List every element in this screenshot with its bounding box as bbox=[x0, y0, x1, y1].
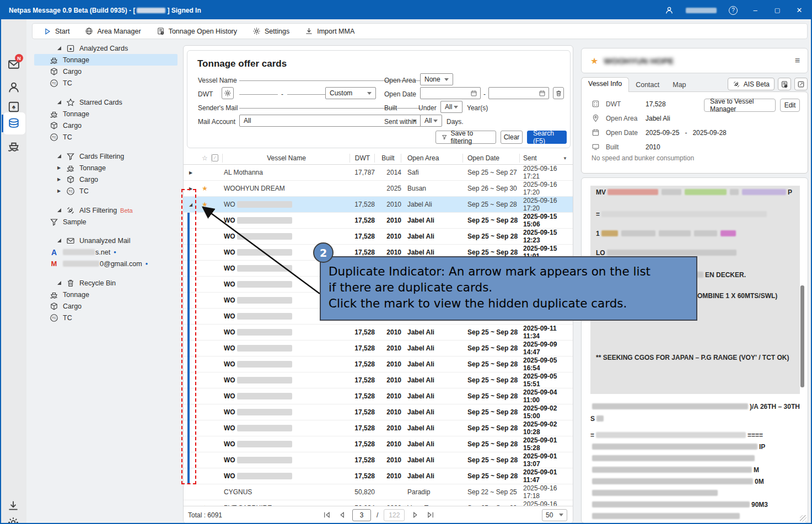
dwt-preset-select[interactable]: Custom bbox=[325, 87, 376, 99]
save-to-vessel-manager-button[interactable]: Save to Vessel Manager bbox=[704, 99, 776, 112]
account-icon[interactable] bbox=[662, 4, 676, 17]
expander-icon[interactable] bbox=[57, 239, 61, 242]
resize-grip[interactable] bbox=[800, 515, 806, 522]
expander-icon[interactable] bbox=[57, 208, 61, 212]
current-page-input[interactable]: 3 bbox=[352, 509, 371, 521]
table-row[interactable]: WO 17,528 2010 Jabel Ali Sep 25 ~ Sep 28… bbox=[184, 213, 573, 229]
open-date-from-input[interactable] bbox=[420, 87, 481, 99]
sidebar-item-recycle-tonnage[interactable]: Tonnage bbox=[26, 289, 178, 300]
expander-icon[interactable] bbox=[57, 100, 61, 104]
last-page-button[interactable] bbox=[426, 510, 435, 520]
vessel-name-column-header[interactable]: Vessel Name bbox=[223, 154, 350, 163]
area-manager-button[interactable]: Area Manager bbox=[85, 27, 141, 35]
sidebar-item-starred-cargo[interactable]: Cargo bbox=[26, 120, 178, 131]
expander-icon[interactable] bbox=[57, 154, 61, 158]
sidebar-item-mail-account-2[interactable]: M0@gmail.com● bbox=[26, 258, 178, 269]
memo-column-header[interactable]: ∕ bbox=[212, 154, 223, 163]
start-button[interactable]: Start bbox=[44, 28, 69, 35]
edit-button[interactable]: Edit bbox=[780, 99, 800, 112]
expander-icon[interactable]: ▶ bbox=[57, 188, 61, 193]
sidebar-group-analyzed-cards[interactable]: Analyzed Cards bbox=[26, 42, 178, 54]
clear-date-button[interactable] bbox=[553, 87, 564, 99]
sidebar-item-analyzed-tc[interactable]: TC bbox=[26, 77, 178, 89]
sidebar-item-mail-account-1[interactable]: As.net● bbox=[26, 246, 178, 258]
star-icon[interactable]: ★ bbox=[590, 56, 598, 66]
open-history-icon-button[interactable] bbox=[778, 78, 791, 90]
sidebar-group-unanalyzed-mail[interactable]: Unanalyzed Mail bbox=[26, 235, 178, 246]
help-icon[interactable]: ? bbox=[726, 4, 740, 17]
sidebar-item-starred-tonnage[interactable]: Tonnage bbox=[26, 108, 178, 120]
dwt-min-input[interactable] bbox=[239, 85, 278, 95]
table-row[interactable]: WO 17,528 2010 Jabel Ali Sep 25 ~ Sep 28… bbox=[184, 452, 573, 468]
menu-icon[interactable]: ≡ bbox=[795, 56, 800, 66]
tonnage-open-history-button[interactable]: Tonnage Open History bbox=[157, 27, 237, 35]
expander-icon[interactable] bbox=[57, 281, 61, 285]
expander-icon[interactable]: ▶ bbox=[57, 177, 61, 182]
tab-vessel-info[interactable]: Vessel Info bbox=[581, 77, 629, 92]
import-mma-button[interactable]: Import MMA bbox=[305, 27, 354, 35]
star-icon[interactable]: ★ bbox=[198, 201, 212, 208]
table-row[interactable]: WO 17,528 2010 Jabel Ali Sep 25 ~ Sep 28… bbox=[184, 341, 573, 356]
vessel-nav-icon[interactable] bbox=[7, 139, 20, 153]
search-button[interactable]: Search (F5) bbox=[527, 131, 567, 144]
contacts-nav-icon[interactable] bbox=[7, 81, 20, 94]
table-row[interactable]: WO 17,528 2010 Jabel Ali Sep 25 ~ Sep 28… bbox=[184, 436, 573, 452]
dwt-settings-button[interactable] bbox=[222, 87, 234, 99]
dwt-column-header[interactable]: DWT bbox=[350, 154, 375, 163]
table-row[interactable]: CYGNUS 50,820 Paradip Sep 22 ~ Sep 25 20… bbox=[184, 484, 573, 500]
open-area-column-header[interactable]: Open Area bbox=[401, 154, 463, 163]
open-date-column-header[interactable]: Open Date bbox=[463, 154, 520, 163]
clear-button[interactable]: Clear bbox=[501, 131, 523, 144]
maximize-button[interactable]: ▢ bbox=[770, 4, 784, 17]
dwt-max-input[interactable] bbox=[287, 85, 326, 95]
table-row[interactable]: WO 17,528 2010 Jabel Ali Sep 25 ~ Sep 28… bbox=[184, 388, 573, 404]
tab-map[interactable]: Map bbox=[666, 79, 692, 92]
expander-icon[interactable]: ▶ bbox=[57, 165, 61, 170]
duplicate-expander-icon[interactable]: ▶ bbox=[184, 170, 198, 175]
cards-nav-icon[interactable] bbox=[7, 100, 20, 114]
sidebar-item-starred-tc[interactable]: TC bbox=[26, 131, 178, 143]
sidebar-group-recycle-bin[interactable]: Recycle Bin bbox=[26, 277, 178, 289]
sidebar-group-ais-filtering[interactable]: AIS FilteringBeta bbox=[26, 204, 178, 216]
table-row[interactable]: WO 17,528 2010 Jabel Ali Sep 25 ~ Sep 28… bbox=[184, 404, 573, 420]
sidebar-item-filtering-tc[interactable]: ▶TC bbox=[26, 185, 178, 197]
download-nav-icon[interactable] bbox=[7, 500, 20, 513]
sidebar-group-starred-cards[interactable]: Starred Cards bbox=[26, 96, 178, 108]
table-row[interactable]: WO 17,528 2010 Jabel Ali Sep 25 ~ Sep 28… bbox=[184, 372, 573, 388]
sidebar-item-filtering-cargo[interactable]: ▶Cargo bbox=[26, 174, 178, 185]
sidebar-item-analyzed-tonnage[interactable]: Tonnage bbox=[34, 54, 178, 66]
sidebar-group-cards-filtering[interactable]: Cards Filtering bbox=[26, 150, 178, 162]
table-row[interactable]: WO 17,528 2010 Jabel Ali Sep 25 ~ Sep 28… bbox=[184, 229, 573, 245]
sent-within-select[interactable]: All bbox=[420, 115, 442, 127]
table-row[interactable]: WO 17,528 2010 Jabel Ali Sep 25 ~ Sep 28… bbox=[184, 325, 573, 341]
sidebar-item-analyzed-cargo[interactable]: Cargo bbox=[26, 66, 178, 77]
next-page-button[interactable] bbox=[410, 510, 420, 520]
tab-contact[interactable]: Contact bbox=[629, 79, 666, 92]
open-area-select[interactable]: None bbox=[420, 73, 453, 85]
close-button[interactable]: ✕ bbox=[792, 4, 806, 17]
sidebar-item-recycle-cargo[interactable]: Cargo bbox=[26, 300, 178, 312]
built-select[interactable]: All bbox=[440, 101, 463, 113]
previous-page-button[interactable] bbox=[337, 510, 347, 520]
minimize-button[interactable]: – bbox=[748, 4, 762, 17]
sidebar-item-recycle-tc[interactable]: TC bbox=[26, 312, 178, 323]
open-date-to-input[interactable] bbox=[488, 87, 549, 99]
table-row[interactable]: ▶ ★ WOOHYUN DREAM 2025 Busan Sep 26 ~ Se… bbox=[184, 181, 573, 197]
page-size-select[interactable]: 50 bbox=[542, 509, 567, 521]
scrollbar-thumb[interactable] bbox=[800, 285, 804, 387]
sort-desc-icon[interactable]: ▼ bbox=[563, 156, 567, 161]
table-row[interactable]: ▶ AL Mothanna 17,787 2014 Safi Sep 25 ~ … bbox=[184, 165, 573, 181]
table-row[interactable]: WO 17,528 2010 Jabel Ali Sep 25 ~ Sep 28… bbox=[184, 468, 573, 484]
sidebar-item-ais-sample[interactable]: Sample bbox=[26, 216, 178, 228]
expander-icon[interactable] bbox=[57, 46, 61, 50]
save-to-filtering-button[interactable]: Save to filtering bbox=[435, 131, 496, 144]
settings-button[interactable]: Settings bbox=[252, 27, 289, 35]
sidebar-item-filtering-tonnage[interactable]: ▶Tonnage bbox=[26, 162, 178, 174]
star-column-header[interactable]: ☆ bbox=[198, 154, 212, 163]
table-row[interactable]: WO 17,528 2010 Jabel Ali Sep 25 ~ Sep 28… bbox=[184, 420, 573, 436]
table-row[interactable]: ★ PVT SAPPHIRE 56,034 2006 Vung Tau Sep … bbox=[184, 500, 573, 506]
star-icon[interactable]: ★ bbox=[198, 185, 212, 192]
compose-icon-button[interactable] bbox=[794, 78, 808, 90]
settings-nav-icon[interactable] bbox=[7, 516, 20, 524]
ais-beta-button[interactable]: AIS Beta bbox=[728, 78, 775, 90]
